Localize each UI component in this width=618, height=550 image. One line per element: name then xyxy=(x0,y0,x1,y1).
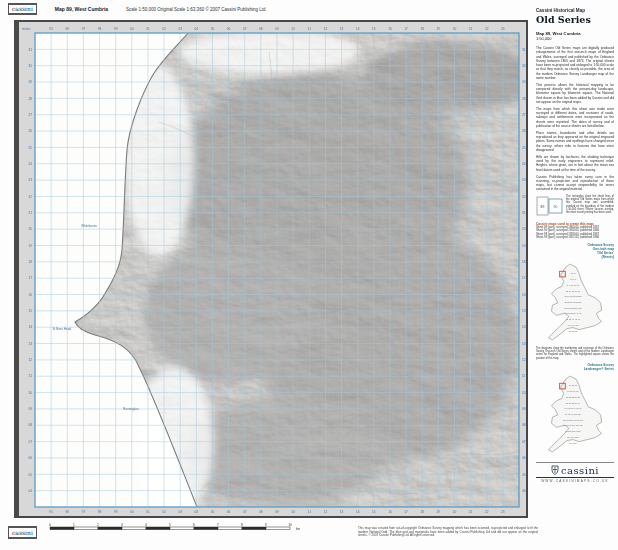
sidebar-paragraph-3: The maps from which this sheet was made … xyxy=(536,107,614,128)
sheet-rect-b-label: 90 xyxy=(554,204,558,208)
page: cassini Map 89, West Cumbria Scale 1:50,… xyxy=(0,0,618,550)
svg-text:04: 04 xyxy=(195,510,199,514)
footer-disclaimer: This map was created from out-of-copyrig… xyxy=(358,527,538,538)
map-scale-header: Scale 1:50,000 Original Scale 1:63,360 ©… xyxy=(126,7,265,12)
sheet-lines-note: The rectangles show the sheet lines of t… xyxy=(566,195,614,219)
disclaimer-line-3: © 2007 Cassini Publishing Ltd. All right… xyxy=(369,533,435,537)
svg-text:31: 31 xyxy=(28,48,32,52)
sidebar-brand: Cassini Historical Map xyxy=(536,8,614,13)
svg-text:1 2 3: 1 2 3 xyxy=(571,272,577,274)
sidebar-paragraph-1: The Cassini Old Series maps are digitall… xyxy=(536,46,614,80)
svg-text:0: 0 xyxy=(49,523,51,527)
old-series-caption-4: (Sheets) xyxy=(536,255,614,259)
svg-text:12: 12 xyxy=(324,27,328,31)
svg-text:04: 04 xyxy=(522,489,526,493)
sheet-lines-diagram: 89 90 xyxy=(536,195,563,219)
svg-text:09: 09 xyxy=(275,27,279,31)
map-sheet-canvas: 9595969697979898999900000101020203030404… xyxy=(19,22,526,516)
svg-text:30: 30 xyxy=(28,64,32,68)
svg-text:03: 03 xyxy=(178,510,182,514)
svg-text:18: 18 xyxy=(420,27,424,31)
svg-text:29: 29 xyxy=(28,80,32,84)
svg-text:10: 10 xyxy=(291,510,295,514)
svg-text:04: 04 xyxy=(28,489,32,493)
svg-text:14: 14 xyxy=(522,325,526,329)
svg-text:2: 2 xyxy=(97,523,99,527)
svg-text:91 92 93 94 95 96: 91 92 93 94 95 96 xyxy=(564,407,582,409)
source-item-4: Sheet 99 (part), surveyed 1857-63, publi… xyxy=(536,236,614,240)
svg-text:98: 98 xyxy=(98,27,102,31)
svg-text:28: 28 xyxy=(522,97,526,101)
svg-text:9: 9 xyxy=(265,523,267,527)
svg-text:107 108 109 110 111: 107 108 109 110 111 xyxy=(563,424,583,426)
svg-text:17: 17 xyxy=(404,27,408,31)
cassini-logo-line: cassini xyxy=(536,465,614,478)
svg-text:6: 6 xyxy=(193,523,195,527)
map-sheet: 9595969697979898999900000101020203030404… xyxy=(14,20,528,518)
cassini-logo-small: cassini xyxy=(8,3,37,15)
svg-text:11: 11 xyxy=(522,374,526,378)
coast-label-2: St Bees Head xyxy=(52,327,71,331)
svg-text:20: 20 xyxy=(28,227,32,231)
map-title-header: Map 89, West Cumbria xyxy=(55,6,108,12)
svg-text:77 78 79 80: 77 78 79 80 xyxy=(567,390,579,392)
cassini-website: www.cassinimaps.co.uk xyxy=(536,479,614,483)
svg-text:97: 97 xyxy=(82,510,86,514)
index-map-old-series: 1 2 34 5 6 78 9 10 11 1213 14 15 16 1718… xyxy=(537,260,613,346)
sidebar-paragraph-4: Place names, boundaries and other detail… xyxy=(536,131,614,152)
svg-text:20: 20 xyxy=(453,510,457,514)
svg-text:28: 28 xyxy=(28,97,32,101)
svg-text:19: 19 xyxy=(437,510,441,514)
svg-text:01: 01 xyxy=(146,510,150,514)
svg-text:5: 5 xyxy=(169,523,171,527)
svg-text:02: 02 xyxy=(162,27,166,31)
svg-text:47 48 49 50: 47 48 49 50 xyxy=(567,324,579,326)
svg-text:00: 00 xyxy=(130,510,134,514)
svg-text:11: 11 xyxy=(308,27,312,31)
land-terrain xyxy=(75,30,526,516)
svg-text:19: 19 xyxy=(437,27,441,31)
svg-text:27: 27 xyxy=(522,113,526,117)
svg-text:14: 14 xyxy=(356,27,360,31)
svg-text:22: 22 xyxy=(485,510,489,514)
svg-text:06: 06 xyxy=(227,510,231,514)
svg-text:07: 07 xyxy=(522,440,526,444)
svg-text:31: 31 xyxy=(522,48,526,52)
cassini-logo-footer: cassini xyxy=(8,526,37,539)
svg-text:12: 12 xyxy=(522,358,526,362)
svg-text:22: 22 xyxy=(28,195,32,199)
svg-text:07: 07 xyxy=(28,440,32,444)
svg-text:24 25 26 27 28 29: 24 25 26 27 28 29 xyxy=(564,301,582,303)
svg-text:05: 05 xyxy=(522,473,526,477)
svg-text:15: 15 xyxy=(372,27,376,31)
index-map-landranger: 74 75 7677 78 79 8081 82 83 84 8586 87 8… xyxy=(537,372,613,458)
svg-text:12: 12 xyxy=(324,510,328,514)
svg-text:95: 95 xyxy=(49,510,53,514)
svg-text:112 113 114 115: 112 113 114 115 xyxy=(565,430,581,432)
svg-text:18 19 20 21 22 23: 18 19 20 21 22 23 xyxy=(564,295,582,297)
svg-text:24: 24 xyxy=(28,162,32,166)
svg-text:97 98 99 100 101: 97 98 99 100 101 xyxy=(565,413,582,415)
svg-text:04: 04 xyxy=(195,27,199,31)
sidebar-paragraph-5: Hills are shown by hachures, the shading… xyxy=(536,155,614,172)
svg-text:08: 08 xyxy=(28,423,32,427)
svg-text:09: 09 xyxy=(28,407,32,411)
svg-text:30: 30 xyxy=(522,64,526,68)
coast-label-1: Whitehaven xyxy=(81,224,97,228)
coast-label-3: Ravenglass xyxy=(123,407,139,411)
sidebar-map-scale: 1:50,000 xyxy=(536,36,614,41)
svg-text:22: 22 xyxy=(485,27,489,31)
svg-text:4: 4 xyxy=(145,523,147,527)
svg-text:96: 96 xyxy=(65,510,69,514)
svg-text:13: 13 xyxy=(28,342,32,346)
footer-logo-wrap: cassini xyxy=(8,521,37,539)
svg-text:3: 3 xyxy=(121,523,123,527)
svg-text:74 75 76: 74 75 76 xyxy=(569,384,578,386)
svg-text:23: 23 xyxy=(28,178,32,182)
svg-text:15: 15 xyxy=(372,510,376,514)
svg-text:18: 18 xyxy=(420,510,424,514)
svg-text:06: 06 xyxy=(522,456,526,460)
svg-text:08: 08 xyxy=(522,423,526,427)
svg-text:14: 14 xyxy=(356,510,360,514)
svg-text:10: 10 xyxy=(28,391,32,395)
